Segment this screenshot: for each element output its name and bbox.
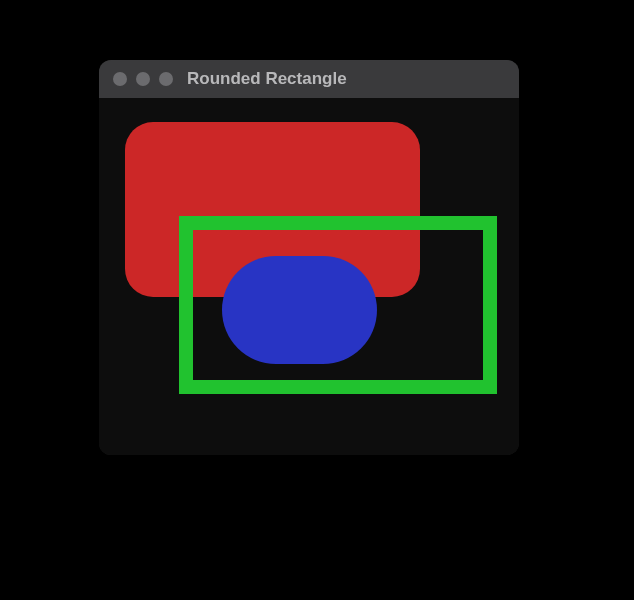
window-title: Rounded Rectangle: [187, 69, 347, 89]
traffic-lights: [113, 72, 173, 86]
green-outline-rectangle-shape: [179, 216, 497, 394]
maximize-icon[interactable]: [159, 72, 173, 86]
close-icon[interactable]: [113, 72, 127, 86]
window-titlebar: Rounded Rectangle: [99, 60, 519, 98]
canvas-area: [99, 98, 519, 455]
app-window: Rounded Rectangle: [99, 60, 519, 455]
minimize-icon[interactable]: [136, 72, 150, 86]
